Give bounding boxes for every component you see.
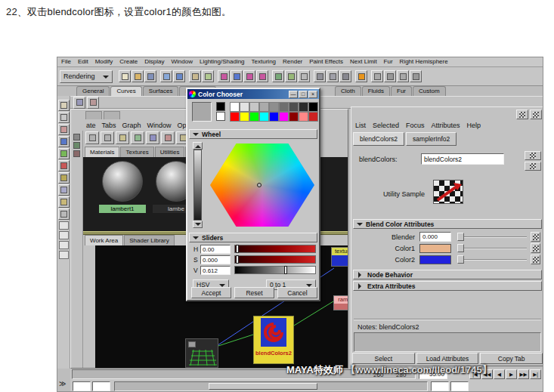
hue-slider[interactable] <box>234 245 316 253</box>
range-start-field[interactable] <box>73 381 91 391</box>
scroll-down-icon[interactable] <box>193 221 203 228</box>
attribute-editor-menu-selected[interactable]: Selected <box>373 122 399 129</box>
close-button[interactable]: × <box>308 91 317 98</box>
field-chart-icon[interactable] <box>410 70 422 82</box>
palette-swatch[interactable] <box>259 112 269 122</box>
value-slider[interactable] <box>234 266 316 274</box>
value-scrollbar-track[interactable] <box>193 150 202 221</box>
select-button[interactable]: Select <box>352 353 415 364</box>
palette-swatch[interactable] <box>249 102 259 112</box>
shelf-item-icon[interactable] <box>87 97 99 109</box>
map-button[interactable] <box>531 255 540 264</box>
menu-modify[interactable]: Modify <box>95 58 113 66</box>
range-end-field[interactable] <box>450 381 469 391</box>
node-texture8[interactable]: texture8 <box>331 247 348 267</box>
map-button[interactable] <box>531 232 540 242</box>
menu-window[interactable]: Window <box>172 58 193 66</box>
value-field[interactable]: 0.612 <box>200 266 231 275</box>
bin-tab-textures[interactable]: Textures <box>120 147 153 157</box>
menu-create[interactable]: Create <box>119 58 138 66</box>
cancel-button[interactable]: Cancel <box>277 287 317 298</box>
menu-display[interactable]: Display <box>144 58 164 66</box>
hue-field[interactable]: 0.00 <box>200 245 231 254</box>
bin-tab-utilities[interactable]: Utilities <box>155 147 185 157</box>
construction-history-icon[interactable] <box>298 70 310 82</box>
collapse-toolbox-button[interactable]: ≫ <box>59 380 66 387</box>
save-scene-icon[interactable] <box>144 70 156 82</box>
stacked-layout-icon[interactable] <box>59 251 69 259</box>
color1-slider-thumb[interactable] <box>457 244 464 252</box>
palette-swatch[interactable] <box>269 112 279 122</box>
menu-fur[interactable]: Fur <box>384 58 393 66</box>
input-connections-icon[interactable] <box>272 70 284 82</box>
create-bar-icon[interactable] <box>73 134 80 140</box>
palette-swatch[interactable] <box>289 102 299 112</box>
tab-blendcolors2[interactable]: blendColors2 <box>353 132 404 146</box>
scale-tool-icon[interactable] <box>58 160 70 171</box>
snap-to-grid-icon[interactable] <box>218 70 230 82</box>
four-pane-layout-icon[interactable] <box>59 231 69 239</box>
value-scrollbar[interactable] <box>193 142 203 228</box>
copy-tab-button[interactable]: Copy Tab <box>480 353 543 364</box>
shelf-item-icon[interactable] <box>73 97 85 109</box>
attribute-editor-menu-list[interactable]: List <box>355 122 366 129</box>
create-bar-icon[interactable] <box>73 150 80 157</box>
shelf-tab-curves[interactable]: Curves <box>110 86 141 96</box>
material-swatch-lambert1[interactable]: lambert1 <box>99 161 146 231</box>
soft-mod-tool-icon[interactable] <box>58 184 70 196</box>
color-wheel-marker[interactable] <box>257 183 262 187</box>
hypershade-menu-ate[interactable]: ate <box>86 122 96 130</box>
current-tool-icon[interactable] <box>58 208 70 220</box>
section-node-behavior[interactable]: Node Behavior <box>353 270 542 279</box>
section-blend-color-attributes[interactable]: Blend Color Attributes <box>353 219 542 229</box>
blender-slider-track[interactable] <box>457 236 527 238</box>
play-forwards-button[interactable]: ▶ <box>506 369 517 379</box>
palette-swatch[interactable] <box>279 102 289 112</box>
universal-manipulator-icon[interactable] <box>58 172 70 184</box>
accept-button[interactable]: Accept <box>191 287 231 298</box>
open-scene-icon[interactable] <box>132 70 144 82</box>
range-slider-track[interactable] <box>114 381 428 391</box>
focus-button[interactable] <box>525 151 541 160</box>
menu-next-limit[interactable]: Next Limit <box>350 58 377 66</box>
show-hide-icon[interactable] <box>530 110 542 119</box>
shelf-tab-cloth[interactable]: Cloth <box>335 86 361 96</box>
show-manipulator-icon[interactable] <box>58 196 70 208</box>
snap-to-view-plane-icon[interactable] <box>256 70 268 82</box>
node-ramp5[interactable]: ramp5 <box>333 295 348 310</box>
work-tab-work-area[interactable]: Work Area <box>85 235 123 245</box>
palette-swatch[interactable] <box>299 102 308 112</box>
maximize-button[interactable]: □ <box>299 91 308 98</box>
attribute-editor-menu-attributes[interactable]: Attributes <box>432 122 460 129</box>
show-input-connections-icon[interactable] <box>161 131 175 144</box>
palette-swatch[interactable] <box>259 102 269 112</box>
color1-swatch[interactable] <box>419 244 451 253</box>
palette-swatch[interactable] <box>249 112 259 122</box>
shelf-tab-custom[interactable]: Custom <box>413 86 446 96</box>
saturation-field[interactable]: 0.000 <box>200 255 231 264</box>
snap-to-point-icon[interactable] <box>243 70 255 82</box>
slider-thumb[interactable] <box>236 245 239 253</box>
notes-field[interactable] <box>354 332 541 352</box>
copy-tab-icon[interactable] <box>516 110 528 119</box>
graph-materials-icon[interactable] <box>146 131 159 144</box>
shelf-tab-general[interactable]: General <box>76 86 110 96</box>
node-place2dtexture[interactable] <box>185 338 218 368</box>
attribute-editor-menu-focus[interactable]: Focus <box>406 122 425 129</box>
menu-lighting-shading[interactable]: Lighting/Shading <box>200 58 245 66</box>
map-button[interactable] <box>531 243 540 253</box>
color2-slider-track[interactable] <box>457 259 527 261</box>
panel-tab-stub[interactable] <box>85 111 102 119</box>
menu-right-hemisphere[interactable]: Right Hemisphere <box>400 58 448 66</box>
node-name-field[interactable]: blendColors2 <box>421 153 504 165</box>
resolution-gate-icon[interactable] <box>397 70 409 82</box>
render-current-frame-icon[interactable] <box>314 70 326 82</box>
rotate-tool-icon[interactable] <box>58 148 70 159</box>
attribute-editor-menu-help[interactable]: Help <box>467 122 481 129</box>
presets-button[interactable] <box>525 162 541 171</box>
shelf-tab-surfaces[interactable]: Surfaces <box>143 86 179 96</box>
clear-graph-icon[interactable] <box>116 131 129 144</box>
create-bar-icon[interactable] <box>73 142 80 149</box>
output-connections-icon[interactable] <box>285 70 297 82</box>
show-grid-icon[interactable] <box>371 70 383 82</box>
